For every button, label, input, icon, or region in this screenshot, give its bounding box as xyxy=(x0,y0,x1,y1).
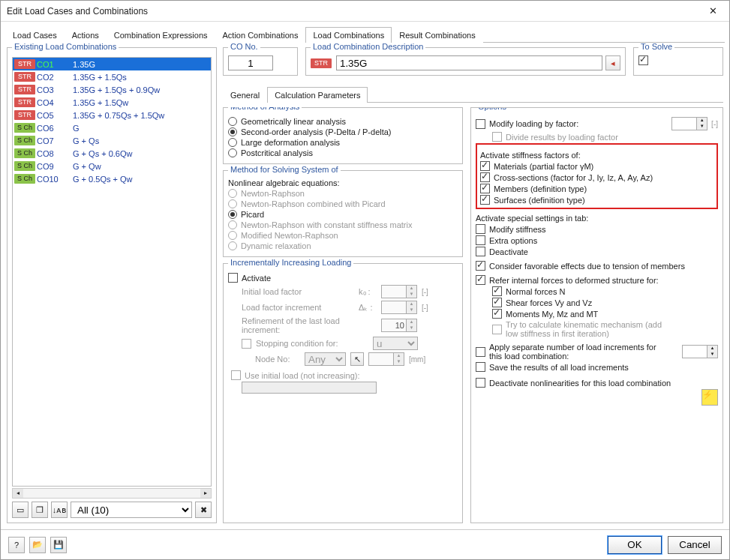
tab-result-combinations[interactable]: Result Combinations xyxy=(392,27,483,43)
special-label: Extra options xyxy=(489,236,537,245)
combo-row[interactable]: STRCO31.35G + 1.5Qs + 0.9Qw xyxy=(13,83,211,96)
combo-desc: 1.35G + 1.5Qs + 0.9Qw xyxy=(70,85,209,94)
copy-button[interactable]: ❐ xyxy=(32,502,48,518)
tab-combination-expressions[interactable]: Combination Expressions xyxy=(107,27,215,43)
help-button[interactable]: ? xyxy=(8,537,25,553)
tension-checkbox[interactable] xyxy=(476,261,485,271)
iil-node-label: Node No: xyxy=(255,355,300,364)
asf-label: Cross-sections (factor for J, Iy, Iz, A,… xyxy=(494,173,653,182)
cancel-button[interactable]: Cancel xyxy=(668,536,722,554)
sort-button[interactable]: ↓ᴀʙ xyxy=(51,502,68,518)
special-label: Modify stiffness xyxy=(489,225,546,234)
tab-load-combinations[interactable]: Load Combinations xyxy=(305,27,392,43)
tab-load-cases[interactable]: Load Cases xyxy=(5,27,65,43)
iil-node-unit: [mm] xyxy=(409,355,425,364)
kinematic-checkbox[interactable] xyxy=(492,325,502,334)
bolt-button[interactable]: ⚡ xyxy=(701,389,718,406)
refer-checkbox[interactable] xyxy=(492,286,502,296)
special-checkbox[interactable] xyxy=(476,247,485,256)
special-checkbox[interactable] xyxy=(476,224,485,234)
msse-label: Newton-Raphson combined with Picard xyxy=(241,199,386,208)
combo-id: CO2 xyxy=(37,73,70,82)
sep-increments-spin[interactable]: ▲▼ xyxy=(682,345,718,358)
special-checkbox[interactable] xyxy=(476,235,485,245)
iil-row-spin[interactable]: ▲▼ xyxy=(381,301,417,314)
modify-loading-checkbox[interactable] xyxy=(476,119,485,129)
kinematic-label: Try to calculate kinematic mechanism (ad… xyxy=(506,320,671,338)
delete-button[interactable]: ✖ xyxy=(195,502,212,518)
subtab-calculation-parameters[interactable]: Calculation Parameters xyxy=(267,87,368,103)
combo-desc: 1.35G + 0.75Qs + 1.5Qw xyxy=(70,111,209,120)
modify-loading-spin[interactable]: ▲▼ xyxy=(671,117,707,130)
combo-row[interactable]: STRCO21.35G + 1.5Qs xyxy=(13,70,211,83)
msse-radio xyxy=(228,199,237,208)
combo-desc: G + Qw xyxy=(70,162,209,171)
moa-radio[interactable] xyxy=(228,117,237,126)
tension-label: Consider favorable effects due to tensio… xyxy=(489,262,685,271)
desc-flag-button[interactable]: ◂ xyxy=(605,55,620,70)
moa-label: Geometrically linear analysis xyxy=(241,117,346,126)
combo-tag: STR xyxy=(14,85,35,94)
iil-row-spin[interactable]: ▲▼ xyxy=(381,319,417,332)
asf-checkbox[interactable] xyxy=(480,172,490,182)
filter-select[interactable]: All (10) xyxy=(71,502,192,518)
refer-checkbox[interactable] xyxy=(476,275,485,285)
asf-checkbox[interactable] xyxy=(480,184,490,193)
combos-list[interactable]: STRCO11.35GSTRCO21.35G + 1.5QsSTRCO31.35… xyxy=(12,57,212,487)
save-results-checkbox[interactable] xyxy=(476,362,485,372)
iil-node-spin[interactable]: ▲▼ xyxy=(368,352,404,366)
refer-checkbox[interactable] xyxy=(492,309,502,319)
refer-checkbox[interactable] xyxy=(492,298,502,307)
desc-input[interactable] xyxy=(336,55,602,70)
combo-row[interactable]: S ChCO6G xyxy=(13,121,211,134)
iil-node-select[interactable]: Any xyxy=(305,352,346,366)
combo-tag: STR xyxy=(14,110,35,120)
h-scrollbar[interactable]: ◂▸ xyxy=(12,488,212,499)
moa-radio[interactable] xyxy=(228,127,237,136)
iil-stop-select[interactable]: u xyxy=(373,337,418,350)
iil-node-pick-button[interactable]: ↖ xyxy=(350,352,364,366)
iil-row-spin[interactable]: ▲▼ xyxy=(381,285,417,298)
save-results-label: Save the results of all load increments xyxy=(489,363,629,372)
asf-title: Activate stiffness factors of: xyxy=(480,151,713,160)
combo-row[interactable]: STRCO11.35G xyxy=(13,58,211,70)
iil-title: Incrementally Increasing Loading xyxy=(228,258,353,267)
combo-id: CO7 xyxy=(37,136,70,145)
divide-results-checkbox[interactable] xyxy=(492,132,502,142)
combo-row[interactable]: S ChCO7G + Qs xyxy=(13,134,211,147)
msse-radio xyxy=(228,231,237,240)
combo-row[interactable]: S ChCO9G + Qw xyxy=(13,160,211,172)
moa-radio[interactable] xyxy=(228,148,237,157)
combo-desc: 1.35G xyxy=(70,60,209,69)
ok-button[interactable]: OK xyxy=(608,536,662,554)
tab-action-combinations[interactable]: Action Combinations xyxy=(215,27,306,43)
to-solve-checkbox[interactable] xyxy=(638,55,648,65)
moa-radio[interactable] xyxy=(228,138,237,147)
close-icon[interactable]: ✕ xyxy=(703,1,723,22)
msse-radio[interactable] xyxy=(228,210,237,219)
new-button[interactable]: ▭ xyxy=(12,502,29,518)
subtab-general[interactable]: General xyxy=(223,87,267,103)
asf-checkbox[interactable] xyxy=(480,195,490,205)
special-title: Activate special settings in tab: xyxy=(476,214,718,223)
deactivate-nonlin-checkbox[interactable] xyxy=(476,378,485,388)
iil-row-label: Initial load factor xyxy=(242,287,354,296)
sep-increments-checkbox[interactable] xyxy=(476,347,485,357)
combo-row[interactable]: STRCO51.35G + 0.75Qs + 1.5Qw xyxy=(13,109,211,121)
asf-label: Surfaces (definition type) xyxy=(494,196,585,205)
iil-stop-checkbox[interactable] xyxy=(242,339,251,349)
iil-activate-checkbox[interactable] xyxy=(228,273,238,283)
main-tabs: Load CasesActionsCombination Expressions… xyxy=(5,26,725,43)
open-button[interactable]: 📂 xyxy=(29,537,46,553)
msse-label: Picard xyxy=(241,210,264,219)
combo-row[interactable]: STRCO41.35G + 1.5Qw xyxy=(13,96,211,109)
iil-row-label: Load factor increment xyxy=(242,303,354,312)
combo-row[interactable]: S ChCO8G + Qs + 0.6Qw xyxy=(13,147,211,160)
save-button[interactable]: 💾 xyxy=(50,537,67,553)
asf-checkbox[interactable] xyxy=(480,161,490,171)
msse-radio xyxy=(228,220,237,229)
tab-actions[interactable]: Actions xyxy=(65,27,107,43)
co-no-input[interactable] xyxy=(228,55,273,70)
iil-useinit-checkbox[interactable] xyxy=(231,370,241,380)
combo-row[interactable]: S ChCO10G + 0.5Qs + Qw xyxy=(13,172,211,185)
